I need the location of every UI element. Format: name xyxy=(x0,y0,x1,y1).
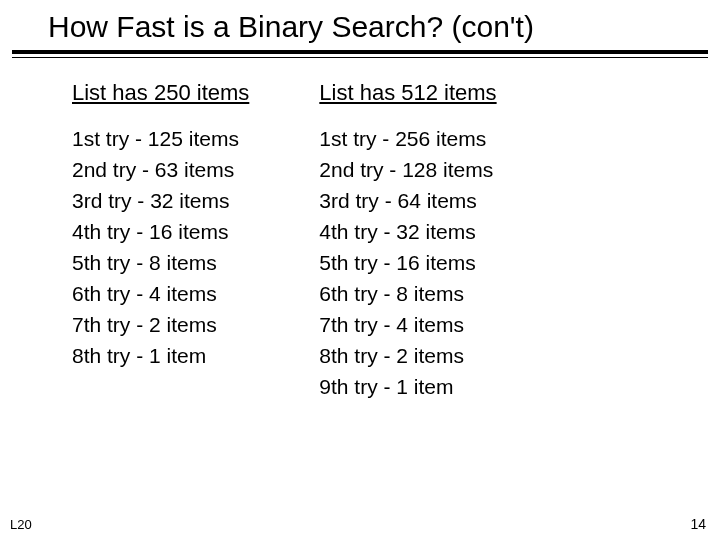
list-item: 5th try - 8 items xyxy=(72,252,249,273)
list-item: 4th try - 32 items xyxy=(319,221,496,242)
list-item: 4th try - 16 items xyxy=(72,221,249,242)
list-item: 3rd try - 32 items xyxy=(72,190,249,211)
footer-right-page-number: 14 xyxy=(690,516,706,532)
list-item: 7th try - 2 items xyxy=(72,314,249,335)
list-item: 8th try - 1 item xyxy=(72,345,249,366)
list-item: 9th try - 1 item xyxy=(319,376,496,397)
left-column-header: List has 250 items xyxy=(72,82,249,104)
list-item: 6th try - 4 items xyxy=(72,283,249,304)
list-item: 1st try - 125 items xyxy=(72,128,249,149)
right-column-header: List has 512 items xyxy=(319,82,496,104)
list-item: 8th try - 2 items xyxy=(319,345,496,366)
list-item: 3rd try - 64 items xyxy=(319,190,496,211)
slide: How Fast is a Binary Search? (con't) Lis… xyxy=(0,0,720,540)
list-item: 2nd try - 128 items xyxy=(319,159,496,180)
footer-left: L20 xyxy=(10,517,32,532)
left-column: List has 250 items 1st try - 125 items 2… xyxy=(72,82,249,407)
list-item: 1st try - 256 items xyxy=(319,128,496,149)
slide-title: How Fast is a Binary Search? (con't) xyxy=(0,0,720,50)
list-item: 5th try - 16 items xyxy=(319,252,496,273)
list-item: 7th try - 4 items xyxy=(319,314,496,335)
right-column: List has 512 items 1st try - 256 items 2… xyxy=(319,82,496,407)
list-item: 2nd try - 63 items xyxy=(72,159,249,180)
list-item: 6th try - 8 items xyxy=(319,283,496,304)
divider-thick xyxy=(12,50,708,54)
content-area: List has 250 items 1st try - 125 items 2… xyxy=(0,58,720,407)
